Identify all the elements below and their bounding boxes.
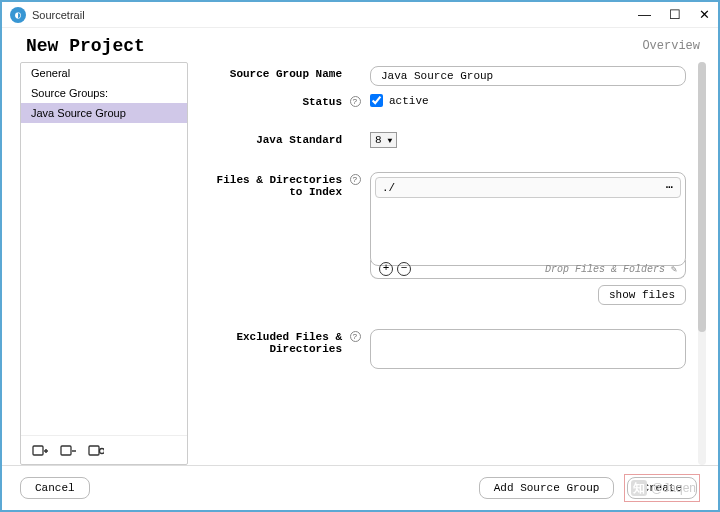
help-icon[interactable]: ? — [350, 96, 361, 107]
row-excluded: Excluded Files & Directories ? — [208, 329, 686, 369]
create-button[interactable]: Create — [627, 477, 697, 499]
files-to-index-box[interactable]: ./ ⋯ — [370, 172, 686, 266]
minimize-button[interactable]: — — [638, 7, 651, 22]
body: General Source Groups: Java Source Group — [2, 62, 718, 465]
path-entry[interactable]: ./ ⋯ — [375, 177, 681, 198]
sidebar-item-java-source-group[interactable]: Java Source Group — [21, 103, 187, 123]
java-standard-select[interactable]: 8 ▼ — [370, 132, 397, 148]
main-panel: Source Group Name Status ? active — [188, 62, 706, 465]
status-active-text: active — [389, 95, 429, 107]
label-source-group-name: Source Group Name — [208, 66, 348, 86]
remove-group-icon[interactable] — [87, 442, 105, 458]
help-placeholder — [348, 132, 362, 148]
scrollbar[interactable] — [698, 62, 706, 465]
window-controls: — ☐ ✕ — [638, 7, 710, 22]
files-to-index-footer: + − Drop Files & Folders ✎ — [370, 260, 686, 279]
svg-rect-0 — [33, 446, 43, 455]
add-entry-button[interactable]: + — [379, 262, 393, 276]
help-placeholder — [348, 66, 362, 86]
files-to-index-listbox: ./ ⋯ + − Drop Files & Folders — [370, 172, 686, 279]
row-files-to-index: Files & Directories to Index ? ./ ⋯ — [208, 172, 686, 305]
sidebar-item-general[interactable]: General — [21, 63, 187, 83]
help-icon[interactable]: ? — [350, 174, 361, 185]
sidebar-list: General Source Groups: Java Source Group — [21, 63, 187, 435]
window-title: Sourcetrail — [32, 9, 85, 21]
java-standard-value: 8 — [375, 134, 382, 146]
scrollbar-thumb[interactable] — [698, 62, 706, 332]
label-status: Status — [208, 94, 348, 108]
form: Source Group Name Status ? active — [208, 66, 700, 465]
overview-link[interactable]: Overview — [642, 39, 700, 53]
help-icon[interactable]: ? — [350, 331, 361, 342]
row-status: Status ? active — [208, 94, 686, 108]
label-files-to-index: Files & Directories to Index — [208, 172, 348, 305]
label-java-standard: Java Standard — [208, 132, 348, 148]
svg-rect-5 — [89, 446, 99, 455]
page-title: New Project — [26, 36, 145, 56]
add-group-icon[interactable] — [31, 442, 49, 458]
sidebar-item-source-groups-header: Source Groups: — [21, 83, 187, 103]
source-group-name-input[interactable] — [370, 66, 686, 86]
status-active-checkbox[interactable] — [370, 94, 383, 107]
titlebar: ◐ Sourcetrail — ☐ ✕ — [2, 2, 718, 28]
sidebar-toolbar — [21, 435, 187, 464]
row-source-group-name: Source Group Name — [208, 66, 686, 86]
status-active-label[interactable]: active — [370, 94, 686, 107]
drop-hint: Drop Files & Folders — [545, 264, 665, 275]
footer: Cancel Add Source Group Create — [2, 465, 718, 510]
sidebar: General Source Groups: Java Source Group — [20, 62, 188, 465]
close-button[interactable]: ✕ — [699, 7, 710, 22]
create-highlight: Create — [624, 474, 700, 502]
maximize-button[interactable]: ☐ — [669, 7, 681, 22]
svg-point-6 — [100, 449, 105, 454]
excluded-listbox[interactable] — [370, 329, 686, 369]
remove-entry-button[interactable]: − — [397, 262, 411, 276]
app-logo-icon: ◐ — [10, 7, 26, 23]
svg-rect-3 — [61, 446, 71, 455]
app-window: ◐ Sourcetrail — ☐ ✕ New Project Overview… — [0, 0, 720, 512]
browse-icon[interactable]: ⋯ — [666, 180, 674, 195]
page-header: New Project Overview — [2, 28, 718, 62]
label-excluded: Excluded Files & Directories — [208, 329, 348, 369]
path-entry-text: ./ — [382, 182, 395, 194]
add-source-group-button[interactable]: Add Source Group — [479, 477, 615, 499]
chevron-down-icon: ▼ — [388, 136, 393, 145]
row-java-standard: Java Standard 8 ▼ — [208, 132, 686, 148]
duplicate-group-icon[interactable] — [59, 442, 77, 458]
edit-icon[interactable]: ✎ — [671, 263, 677, 275]
show-files-button[interactable]: show files — [598, 285, 686, 305]
cancel-button[interactable]: Cancel — [20, 477, 90, 499]
